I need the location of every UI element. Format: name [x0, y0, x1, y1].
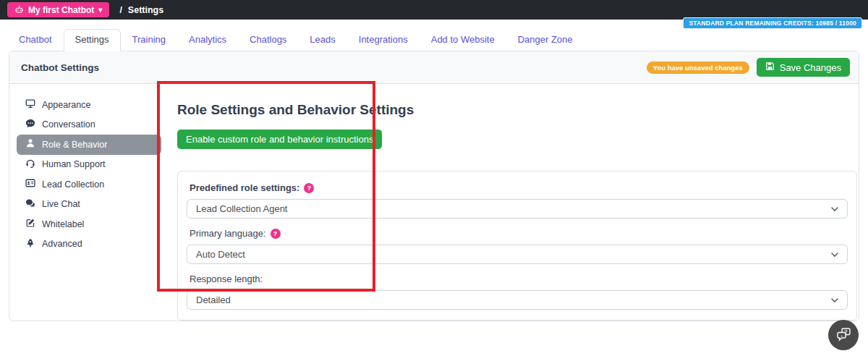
chat-help-icon: ? -	[835, 326, 852, 345]
sidebar-item-label: Appearance	[42, 100, 90, 110]
chat-bubbles-icon	[25, 198, 35, 211]
sidebar-item-label: Conversation	[42, 119, 95, 130]
field-label: Predefined role settings:	[190, 182, 299, 193]
chevron-down-icon	[831, 249, 838, 260]
sidebar-item-whitelabel[interactable]: Whitelabel	[17, 214, 161, 234]
pen-square-icon	[25, 218, 35, 230]
sidebar-item-advanced[interactable]: Advanced	[17, 234, 161, 255]
sidebar-item-label: Whitelabel	[42, 219, 84, 229]
role-behavior-panel: Role Settings and Behavior Settings Enab…	[161, 93, 863, 321]
sidebar-item-label: Live Chat	[42, 199, 80, 209]
sidebar-item-label: Lead Collection	[42, 179, 104, 190]
role-settings-form: Predefined role settings: ? Lead Collect…	[177, 171, 857, 321]
tab-settings[interactable]: Settings	[64, 29, 121, 51]
select-value: Lead Collection Agent	[196, 203, 287, 214]
sidebar-item-human-support[interactable]: Human Support	[17, 155, 161, 175]
breadcrumb: / Settings	[119, 5, 163, 15]
save-changes-button[interactable]: Save Changes	[757, 58, 850, 77]
card-title: Chatbot Settings	[21, 62, 99, 73]
predefined-role-select[interactable]: Lead Collection Agent	[187, 199, 848, 219]
predefined-role-label-row: Predefined role settings: ?	[190, 182, 845, 193]
tab-chatlogs[interactable]: Chatlogs	[238, 29, 298, 51]
sidebar-item-label: Advanced	[42, 239, 82, 249]
tab-analytics[interactable]: Analytics	[177, 29, 238, 51]
card-body: Appearance Conversation Role & Behavior …	[9, 84, 859, 321]
predefined-role-field: Predefined role settings: ? Lead Collect…	[187, 182, 848, 219]
breadcrumb-separator: /	[119, 5, 122, 15]
select-value: Auto Detect	[196, 249, 245, 260]
field-label: Response length:	[190, 274, 263, 284]
field-label: Primary language:	[190, 228, 266, 239]
remaining-credits-badge: STANDARD PLAN REMAINING CREDITS: 10985 /…	[683, 17, 862, 29]
primary-language-label-row: Primary language: ?	[190, 228, 845, 239]
address-card-icon	[25, 178, 35, 190]
sidebar-item-role-behavior[interactable]: Role & Behavior	[17, 135, 161, 155]
person-icon	[25, 138, 35, 151]
sidebar-item-live-chat[interactable]: Live Chat	[17, 195, 161, 215]
sidebar-item-label: Role & Behavior	[42, 140, 107, 150]
robot-icon	[14, 5, 24, 14]
chatbot-selector-label: My first Chatbot	[28, 5, 94, 15]
chatbot-selector-button[interactable]: My first Chatbot ▾	[7, 2, 109, 17]
response-length-select[interactable]: Detailed	[187, 290, 848, 310]
save-button-label: Save Changes	[780, 62, 841, 73]
svg-text:-: -	[841, 331, 843, 338]
sidebar-item-conversation[interactable]: Conversation	[17, 115, 161, 135]
tab-chatbot[interactable]: Chatbot	[7, 29, 64, 51]
chevron-down-icon	[831, 294, 838, 305]
tab-integrations[interactable]: Integrations	[347, 29, 420, 51]
settings-sidebar: Appearance Conversation Role & Behavior …	[17, 93, 161, 321]
top-bar: My first Chatbot ▾ / Settings	[0, 0, 868, 20]
sidebar-item-label: Human Support	[42, 159, 106, 169]
sidebar-item-appearance[interactable]: Appearance	[17, 95, 161, 115]
rocket-icon	[25, 238, 35, 250]
card-header-actions: You have unsaved changes Save Changes	[647, 58, 850, 77]
response-length-field: Response length: Detailed	[187, 274, 848, 310]
headset-icon	[25, 158, 35, 171]
enable-custom-role-button[interactable]: Enable custom role and behavior instruct…	[177, 130, 382, 149]
primary-language-select[interactable]: Auto Detect	[187, 245, 848, 264]
primary-language-field: Primary language: ? Auto Detect	[187, 228, 848, 264]
tab-bar: Chatbot Settings Training Analytics Chat…	[7, 29, 868, 51]
chevron-down-icon	[831, 203, 838, 214]
caret-down-icon: ▾	[98, 7, 102, 14]
response-length-label-row: Response length:	[190, 274, 845, 284]
speech-bubble-icon	[25, 119, 35, 131]
tab-leads[interactable]: Leads	[298, 29, 346, 51]
tab-training[interactable]: Training	[121, 29, 177, 51]
chatbot-settings-card: Chatbot Settings You have unsaved change…	[9, 51, 859, 321]
panel-heading: Role Settings and Behavior Settings	[177, 102, 857, 118]
help-widget-button[interactable]: ? -	[828, 320, 859, 350]
unsaved-changes-badge: You have unsaved changes	[647, 62, 749, 74]
sidebar-item-lead-collection[interactable]: Lead Collection	[17, 174, 161, 195]
help-icon[interactable]: ?	[304, 183, 314, 193]
tab-add-to-website[interactable]: Add to Website	[420, 29, 506, 51]
select-value: Detailed	[196, 294, 231, 305]
tab-danger-zone[interactable]: Danger Zone	[506, 29, 584, 51]
save-icon	[765, 62, 775, 73]
monitor-icon	[25, 98, 35, 111]
breadcrumb-page: Settings	[128, 5, 163, 15]
card-header: Chatbot Settings You have unsaved change…	[9, 51, 859, 84]
help-icon[interactable]: ?	[271, 229, 281, 239]
